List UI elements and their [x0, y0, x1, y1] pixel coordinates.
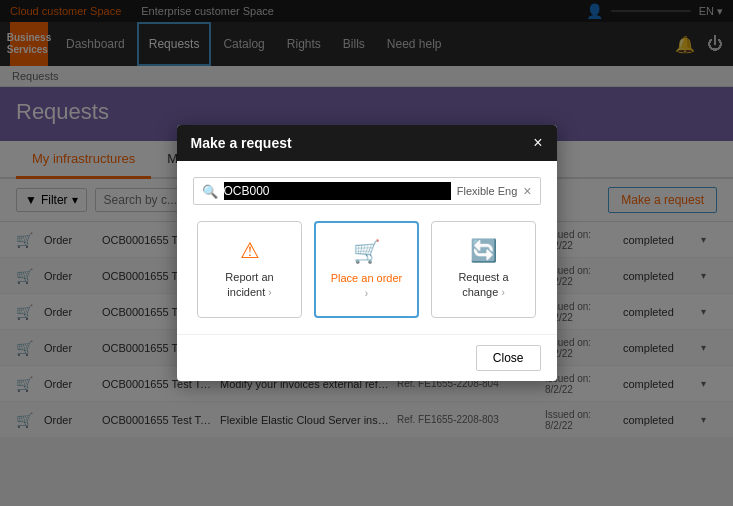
action-cards: ⚠ Report an incident › 🛒 Place an order …	[193, 221, 541, 318]
modal-overlay: Make a request × 🔍 Flexible Eng × ⚠ Repo…	[0, 0, 733, 506]
modal-body: 🔍 Flexible Eng × ⚠ Report an incident › …	[177, 161, 557, 334]
order-card-label: Place an order ›	[328, 271, 405, 300]
change-card-label: Request a change ›	[444, 270, 523, 299]
modal-search-input[interactable]	[224, 182, 451, 200]
search-icon: 🔍	[202, 184, 218, 199]
make-request-modal: Make a request × 🔍 Flexible Eng × ⚠ Repo…	[177, 125, 557, 381]
modal-title: Make a request	[191, 135, 292, 151]
incident-card-label: Report an incident ›	[210, 270, 289, 299]
warning-icon: ⚠	[240, 238, 260, 264]
report-incident-card[interactable]: ⚠ Report an incident ›	[197, 221, 302, 318]
order-arrow-icon: ›	[365, 288, 368, 299]
modal-search-tag: Flexible Eng	[457, 185, 518, 197]
modal-footer-close-button[interactable]: Close	[476, 345, 541, 371]
place-order-card[interactable]: 🛒 Place an order ›	[314, 221, 419, 318]
modal-footer: Close	[177, 334, 557, 381]
modal-header: Make a request ×	[177, 125, 557, 161]
modal-close-button[interactable]: ×	[533, 135, 542, 151]
incident-arrow-icon: ›	[268, 287, 271, 298]
request-change-card[interactable]: 🔄 Request a change ›	[431, 221, 536, 318]
modal-search-bar: 🔍 Flexible Eng ×	[193, 177, 541, 205]
modal-search-clear-icon[interactable]: ×	[523, 183, 531, 199]
change-icon: 🔄	[470, 238, 497, 264]
cart-orange-icon: 🛒	[353, 239, 380, 265]
change-arrow-icon: ›	[501, 287, 504, 298]
